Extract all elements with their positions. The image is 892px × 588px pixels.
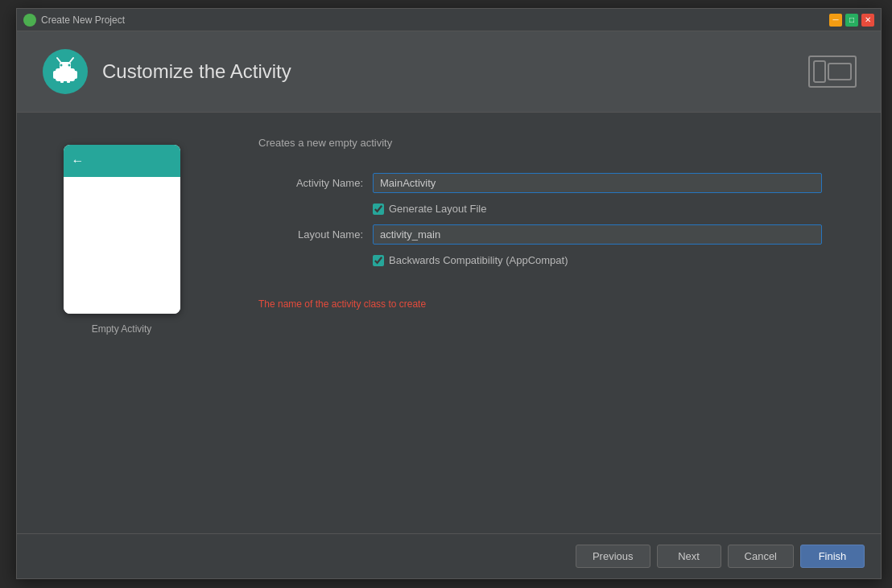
status-text: The name of the activity class to create	[258, 298, 849, 310]
cancel-button[interactable]: Cancel	[728, 545, 794, 568]
finish-button[interactable]: Finish	[800, 545, 865, 568]
layout-name-input[interactable]	[373, 224, 822, 245]
backwards-compat-row: Backwards Compatibility (AppCompat)	[373, 254, 822, 266]
previous-button[interactable]: Previous	[576, 545, 650, 568]
maximize-button[interactable]: □	[845, 14, 858, 27]
window-title: Create New Project	[41, 14, 829, 26]
svg-point-8	[60, 64, 63, 67]
svg-point-9	[68, 64, 71, 67]
minimize-button[interactable]: ─	[829, 14, 842, 27]
title-bar: Create New Project ─ □ ✕	[17, 9, 881, 31]
phone-preview: ←	[64, 145, 180, 314]
close-button[interactable]: ✕	[861, 14, 874, 27]
svg-rect-2	[56, 68, 75, 81]
android-logo-icon	[41, 47, 89, 96]
phone-back-arrow-icon: ←	[72, 154, 85, 168]
header-left: Customize the Activity	[41, 47, 291, 96]
layout-name-label: Layout Name:	[258, 228, 363, 241]
main-window: Create New Project ─ □ ✕	[16, 8, 882, 579]
phone-top-bar: ←	[64, 145, 180, 177]
right-panel: Creates a new empty activity Activity Na…	[226, 113, 881, 533]
svg-point-0	[26, 16, 34, 24]
page-title: Customize the Activity	[102, 60, 291, 83]
backwards-compat-label: Backwards Compatibility (AppCompat)	[389, 254, 568, 266]
preview-label: Empty Activity	[92, 323, 152, 335]
generate-layout-row: Generate Layout File	[373, 203, 822, 215]
activity-name-label: Activity Name:	[258, 177, 363, 189]
form-grid: Activity Name: Generate Layout File Layo…	[258, 173, 822, 266]
title-bar-icon	[23, 14, 36, 27]
svg-rect-12	[814, 61, 825, 82]
svg-rect-3	[53, 71, 57, 79]
phone-body	[64, 177, 180, 314]
next-button[interactable]: Next	[657, 545, 721, 568]
activity-name-input[interactable]	[373, 173, 822, 193]
backwards-compat-checkbox[interactable]	[373, 255, 384, 266]
title-bar-controls: ─ □ ✕	[829, 14, 874, 27]
header-section: Customize the Activity	[17, 31, 881, 113]
device-icon	[808, 56, 857, 88]
svg-rect-4	[73, 71, 77, 79]
footer: Previous Next Cancel Finish	[17, 533, 881, 578]
svg-rect-13	[828, 64, 851, 80]
svg-rect-7	[67, 76, 70, 83]
generate-layout-checkbox[interactable]	[373, 204, 384, 215]
creates-description: Creates a new empty activity	[258, 137, 849, 149]
svg-rect-6	[60, 76, 64, 83]
generate-layout-label: Generate Layout File	[389, 203, 486, 215]
left-panel: ← Empty Activity	[17, 113, 226, 533]
content-area: ← Empty Activity Creates a new empty act…	[17, 113, 881, 533]
